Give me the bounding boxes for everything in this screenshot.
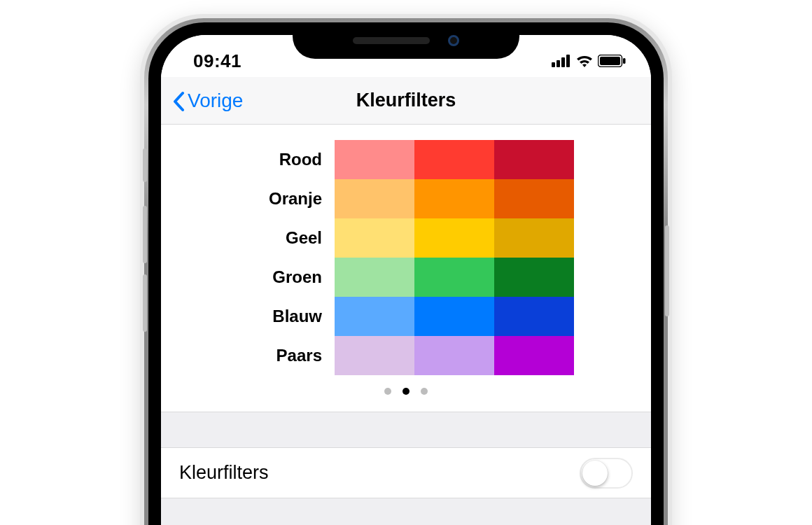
color-swatch-row — [335, 218, 574, 258]
color-swatch-row — [335, 336, 574, 375]
page-dot[interactable] — [421, 388, 428, 395]
color-swatch — [335, 297, 414, 336]
section-separator — [161, 412, 651, 448]
color-swatch-grid — [335, 140, 574, 375]
chevron-left-icon — [172, 91, 186, 112]
color-swatch — [335, 258, 414, 297]
page-title: Kleurfilters — [356, 90, 456, 111]
color-swatch — [335, 140, 414, 179]
svg-rect-6 — [623, 58, 626, 64]
status-icons — [552, 54, 626, 68]
color-swatch-row — [335, 140, 574, 179]
color-swatch — [414, 297, 494, 336]
nav-bar: Vorige Kleurfilters — [161, 77, 651, 125]
color-swatch — [494, 336, 574, 375]
color-label: Paars — [238, 336, 322, 375]
back-button[interactable]: Vorige — [172, 77, 243, 124]
cellular-icon — [552, 55, 571, 67]
color-swatch — [414, 258, 494, 297]
color-label: Geel — [238, 218, 322, 258]
color-swatch — [335, 179, 414, 218]
color-swatch — [494, 258, 574, 297]
color-swatch — [335, 336, 414, 375]
front-camera — [448, 35, 459, 46]
color-swatch — [494, 140, 574, 179]
battery-icon — [598, 55, 626, 67]
status-time: 09:41 — [193, 50, 241, 72]
color-label-column: RoodOranjeGeelGroenBlauwPaars — [238, 140, 322, 375]
page-dot[interactable] — [384, 388, 391, 395]
phone-frame: 09:41 Vorige Kleurfilters — [140, 14, 672, 525]
page-dot[interactable] — [402, 388, 410, 395]
color-swatch-row — [335, 297, 574, 336]
speaker-grille — [353, 37, 430, 44]
back-label: Vorige — [188, 90, 243, 112]
volume-down-button — [143, 274, 147, 332]
color-swatch — [494, 218, 574, 258]
color-swatch — [494, 297, 574, 336]
color-label: Groen — [238, 258, 322, 297]
volume-up-button — [143, 206, 147, 263]
color-filters-switch[interactable] — [580, 458, 633, 489]
color-preview-panel: RoodOranjeGeelGroenBlauwPaars — [161, 125, 651, 412]
color-label: Oranje — [238, 179, 322, 218]
color-label: Blauw — [238, 297, 322, 336]
color-swatch — [494, 179, 574, 218]
color-label: Rood — [238, 140, 322, 179]
wifi-icon — [575, 54, 594, 68]
color-filters-label: Kleurfilters — [179, 462, 269, 484]
color-swatch-row — [335, 179, 574, 218]
power-button — [665, 225, 669, 316]
page-indicator[interactable] — [161, 375, 651, 402]
switch-knob — [582, 461, 608, 486]
mute-switch — [143, 148, 147, 182]
svg-rect-2 — [561, 57, 565, 67]
color-swatch — [335, 218, 414, 258]
svg-rect-1 — [556, 60, 560, 67]
svg-rect-0 — [552, 62, 555, 67]
color-swatch — [414, 179, 494, 218]
color-swatch-row — [335, 258, 574, 297]
svg-rect-5 — [600, 57, 620, 65]
svg-rect-3 — [566, 55, 570, 67]
color-filters-row[interactable]: Kleurfilters — [161, 448, 651, 498]
color-swatch — [414, 140, 494, 179]
notch — [293, 22, 519, 59]
content-below — [161, 498, 651, 525]
color-swatch — [414, 218, 494, 258]
color-swatch — [414, 336, 494, 375]
screen: 09:41 Vorige Kleurfilters — [161, 35, 651, 525]
